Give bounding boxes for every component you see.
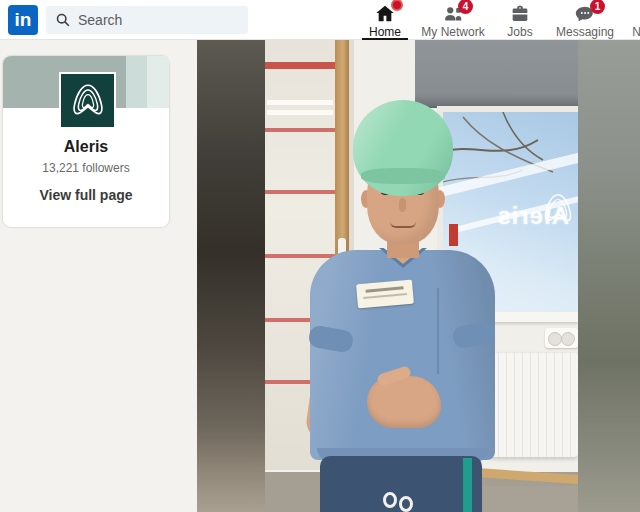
- company-preview-card: Aleris 13,221 followers View full page: [2, 55, 170, 228]
- view-full-page-link[interactable]: View full page: [3, 187, 169, 203]
- drawstring-loop: [383, 492, 397, 508]
- home-notification-dot: [391, 0, 403, 11]
- jobs-icon: [509, 3, 531, 25]
- company-followers: 13,221 followers: [3, 161, 169, 175]
- my-network-icon: 4: [442, 3, 464, 25]
- aleris-logo: [59, 72, 116, 129]
- video-blur-left-edge: [197, 40, 265, 512]
- home-icon: [374, 3, 396, 25]
- window-roller-blind: [415, 40, 578, 108]
- messaging-icon: 1: [574, 3, 596, 25]
- nav-my-network[interactable]: 4 My Network: [414, 0, 492, 40]
- red-shelf-bar: [265, 190, 337, 194]
- my-network-badge: 4: [458, 0, 473, 14]
- search-bar[interactable]: [46, 6, 248, 34]
- power-outlet: [545, 328, 578, 348]
- search-input[interactable]: [78, 12, 228, 28]
- left-sidebar: Aleris 13,221 followers View full page: [0, 40, 197, 512]
- surgical-cap-fold: [361, 168, 445, 184]
- company-name: Aleris: [3, 138, 169, 156]
- video-player[interactable]: Aleris: [197, 40, 640, 512]
- pants-teal-stripe: [463, 458, 472, 512]
- linkedin-logo[interactable]: in: [8, 5, 38, 35]
- wall-sign: [449, 224, 458, 246]
- radiator: [490, 353, 578, 457]
- drawstring-loop: [399, 496, 413, 512]
- name-badge: [356, 280, 414, 309]
- nose: [399, 198, 406, 212]
- messaging-badge: 1: [590, 0, 605, 14]
- red-shelf-bar: [265, 254, 337, 258]
- glass-stripe: [267, 100, 333, 105]
- nav-messaging[interactable]: 1 Messaging: [548, 0, 622, 40]
- video-frame: Aleris: [265, 40, 578, 512]
- clasped-hands: [367, 376, 441, 428]
- top-nav-bar: in Home: [0, 0, 640, 40]
- search-icon: [56, 13, 70, 27]
- nav-notifications[interactable]: Notifications: [622, 0, 640, 40]
- window-decal-logo: [539, 184, 577, 234]
- active-tab-underline: [362, 38, 408, 40]
- linkedin-page: in Home: [0, 0, 640, 512]
- glass-stripe: [267, 110, 333, 115]
- mouth: [390, 222, 416, 228]
- red-shelf-bar: [265, 128, 337, 132]
- red-shelf-bar: [265, 62, 337, 69]
- nav-home[interactable]: Home: [356, 0, 414, 40]
- nav-jobs[interactable]: Jobs: [492, 0, 548, 40]
- global-nav: Home 4 My Network: [356, 0, 640, 40]
- chest-pocket-seam: [437, 288, 439, 374]
- video-blur-right-edge: [578, 40, 640, 512]
